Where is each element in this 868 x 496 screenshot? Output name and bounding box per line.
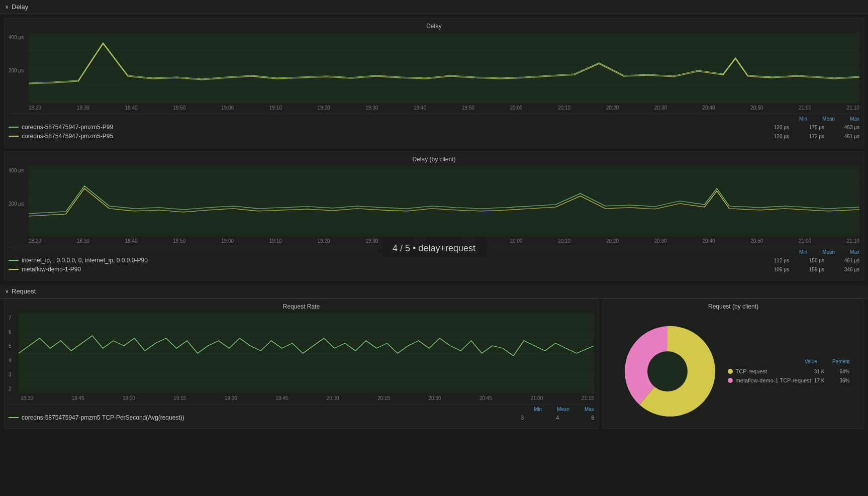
request-client-title: Request (by client): [607, 303, 859, 310]
request-rate-mean-header: Mean: [557, 407, 569, 412]
delay-chart2-max-0: 461 µs: [839, 258, 859, 263]
delay-chart2-min-0: 112 µs: [769, 258, 789, 263]
delay-chart2-legend-line-0: [9, 260, 19, 261]
delay-chart2-y-axis: 400 µs 200 µs: [9, 166, 26, 236]
pie-container: Value Percent TCP-request 31 K 64% metaf…: [607, 318, 859, 424]
delay-chart1-min-0: 120 µs: [769, 125, 789, 130]
delay-chevron-icon: ∨: [5, 4, 9, 10]
delay-chart2-legend-label-0: internet_ip, , 0.0.0.0, 0, internet_ip, …: [22, 257, 148, 264]
delay-chart1-area: [29, 33, 859, 103]
delay-chart1-x-axis: 18:2018:3018:4018:5019:0019:1019:2019:30…: [9, 104, 859, 111]
request-rate-chart-area: [19, 313, 594, 393]
delay-chart2-legend-label-1: metaflow-demo-1-P90: [22, 266, 81, 273]
delay-chart1-legend-label-1: coredns-5875475947-pmzm5-P95: [22, 133, 113, 140]
delay-chart2-panel: Delay (by client) 400 µs 200 µs 18:2018:…: [4, 151, 864, 280]
pie-label-0: TCP-request: [736, 368, 767, 374]
request-rate-legend-label-0: coredns-5875475947-pmzm5 TCP-PerSecond(A…: [22, 414, 184, 421]
pie-legend-header: Value Percent: [728, 359, 850, 364]
request-chevron-icon: ∨: [5, 288, 9, 294]
delay-chart1-mean-1: 172 µs: [804, 134, 824, 139]
delay-chart1-panel: Delay 400 µs 200 µs: [4, 18, 864, 147]
delay-chart1-legend-row-0: coredns-5875475947-pmzm5-P99 120 µs 175 …: [9, 123, 859, 132]
pie-legend: Value Percent TCP-request 31 K 64% metaf…: [728, 359, 850, 383]
delay-chart2-mean-1: 159 µs: [804, 267, 824, 272]
request-rate-min-header: Min: [534, 407, 542, 412]
request-rate-min-0: 3: [504, 415, 524, 421]
request-section-header[interactable]: ∨ Request: [0, 284, 868, 299]
request-rate-legend-line-0: [9, 417, 19, 418]
delay-chart2-x-axis: 18:2018:3018:4018:5019:0019:1019:2019:30…: [9, 237, 859, 244]
delay-chart1-legend-line-1: [9, 136, 19, 137]
pie-dot-1: [728, 378, 733, 383]
request-rate-title: Request Rate: [9, 303, 594, 310]
pie-chart: [617, 321, 718, 422]
delay-chart2-mean-header: Mean: [822, 249, 835, 255]
delay-chart2-max-1: 346 µs: [839, 267, 859, 272]
delay-chart2-title: Delay (by client): [9, 156, 859, 163]
delay-chart1-max-header: Max: [850, 116, 859, 122]
delay-chart1-max-0: 463 µs: [839, 125, 859, 130]
delay-chart1-mean-header: Mean: [822, 116, 835, 122]
pie-value-header: Value: [805, 359, 817, 364]
pie-percent-1: 36%: [839, 378, 849, 383]
pie-legend-row-1: metaflow-demo-1 TCP-request 17 K 36%: [728, 377, 850, 383]
request-rate-max-header: Max: [585, 407, 594, 412]
delay-chart1-y-axis: 400 µs 200 µs: [9, 33, 26, 103]
delay-chart1-mean-0: 175 µs: [804, 125, 824, 130]
delay-chart1-legend-line-0: [9, 127, 19, 128]
delay-chart2-min-header: Min: [799, 249, 807, 255]
delay-chart1-legend-label-0: coredns-5875475947-pmzm5-P99: [22, 124, 113, 131]
pie-percent-header: Percent: [832, 359, 849, 364]
delay-chart2-mean-0: 150 µs: [804, 258, 824, 263]
delay-chart2-legend-row-1: metaflow-demo-1-P90 106 µs 159 µs 346 µs: [9, 265, 859, 274]
delay-chart2-min-1: 106 µs: [769, 267, 789, 272]
delay-chart1-legend-row-1: coredns-5875475947-pmzm5-P95 120 µs 172 …: [9, 132, 859, 141]
pie-value-1: 17 K: [814, 378, 825, 383]
delay-chart1-max-1: 461 µs: [839, 134, 859, 139]
pie-percent-0: 64%: [839, 369, 849, 374]
delay-chart2-legend-row-0: internet_ip, , 0.0.0.0, 0, internet_ip, …: [9, 256, 859, 265]
pie-dot-0: [728, 369, 733, 374]
delay-chart2-legend: Min Mean Max internet_ip, , 0.0.0.0, 0, …: [9, 247, 859, 276]
delay-chart1-title: Delay: [9, 23, 859, 30]
svg-point-16: [647, 351, 688, 391]
pie-label-1: metaflow-demo-1 TCP-request: [736, 377, 811, 383]
request-rate-panel: Request Rate 7 6 5 4 3 2: [4, 299, 599, 429]
request-section-title: Request: [12, 287, 36, 295]
pie-legend-row-0: TCP-request 31 K 64%: [728, 368, 850, 374]
delay-section-header[interactable]: ∨ Delay: [0, 0, 868, 14]
delay-section-title: Delay: [12, 3, 28, 11]
delay-chart2-legend-line-1: [9, 269, 19, 270]
request-client-panel: Request (by client) Value Percent TC: [603, 299, 864, 429]
request-rate-mean-0: 4: [539, 415, 559, 421]
request-charts-row: Request Rate 7 6 5 4 3 2: [4, 299, 864, 429]
delay-chart2-max-header: Max: [850, 249, 859, 255]
delay-chart2-area: [29, 166, 859, 236]
request-rate-x-axis: 18:3018:4519:0019:1519:3019:4520:0020:15…: [9, 394, 594, 401]
request-rate-legend-row-0: coredns-5875475947-pmzm5 TCP-PerSecond(A…: [9, 413, 594, 422]
pie-value-0: 31 K: [814, 369, 825, 374]
delay-chart1-min-header: Min: [799, 116, 807, 122]
delay-chart1-min-1: 120 µs: [769, 134, 789, 139]
delay-chart1-legend: Min Mean Max coredns-5875475947-pmzm5-P9…: [9, 114, 859, 143]
request-rate-legend: Min Mean Max coredns-5875475947-pmzm5 TC…: [9, 404, 594, 424]
request-rate-y-axis: 7 6 5 4 3 2: [9, 313, 19, 393]
request-rate-max-0: 6: [574, 415, 594, 421]
